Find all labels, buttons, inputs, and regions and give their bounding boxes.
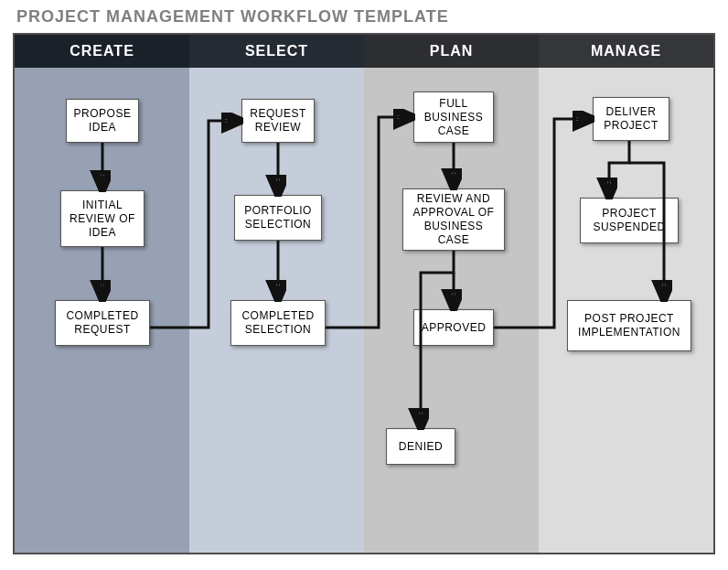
node-full-business-case: FULL BUSINESS CASE (413, 91, 494, 143)
node-completed-selection: COMPLETED SELECTION (230, 300, 326, 346)
node-request-review: REQUEST REVIEW (241, 99, 315, 143)
column-header-select: SELECT (189, 35, 364, 68)
node-propose-idea: PROPOSE IDEA (66, 99, 139, 143)
column-header-plan: PLAN (364, 35, 539, 68)
node-portfolio-selection: PORTFOLIO SELECTION (234, 195, 322, 241)
workflow-diagram: PROJECT MANAGEMENT WORKFLOW TEMPLATE CRE… (0, 0, 728, 570)
node-deliver-project: DELIVER PROJECT (593, 97, 669, 141)
node-denied: DENIED (386, 428, 455, 465)
node-initial-review: INITIAL REVIEW OF IDEA (60, 190, 145, 247)
node-project-suspended: PROJECT SUSPENDED (580, 198, 679, 243)
node-completed-request: COMPLETED REQUEST (55, 300, 150, 346)
node-post-project-impl: POST PROJECT IMPLEMENTATION (567, 300, 691, 351)
node-review-approval: REVIEW AND APPROVAL OF BUSINESS CASE (402, 188, 505, 251)
column-header-create: CREATE (15, 35, 189, 68)
node-approved: APPROVED (413, 309, 494, 346)
column-header-manage: MANAGE (539, 35, 713, 68)
page-title: PROJECT MANAGEMENT WORKFLOW TEMPLATE (16, 7, 449, 27)
workflow-board: CREATE SELECT PLAN MANAGE PROPOSE IDEA I… (13, 33, 715, 554)
